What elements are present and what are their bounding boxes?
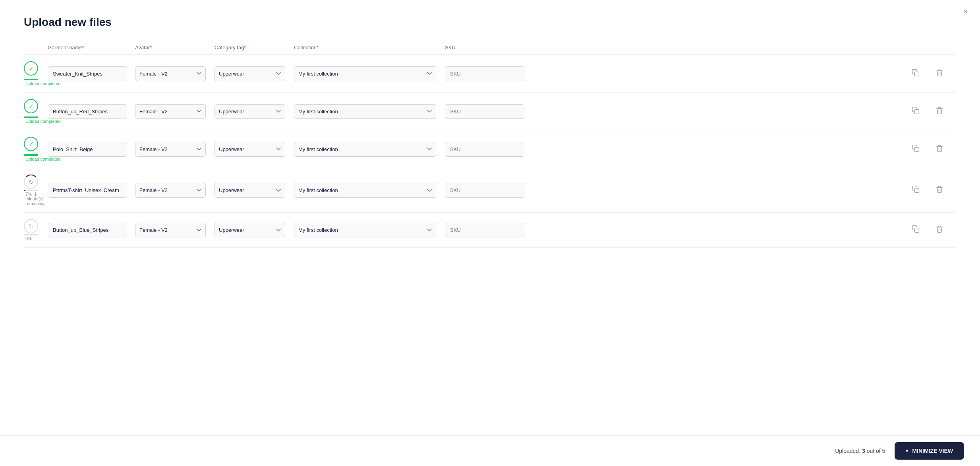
garment-name-input[interactable] [48, 223, 127, 237]
status-area: ✓ Upload completed [24, 137, 48, 161]
sku-input[interactable] [445, 66, 524, 81]
delete-button[interactable] [932, 103, 947, 120]
upload-progress-info: 7% 1 minute(s) remaining [25, 192, 48, 206]
garment-name-cell [48, 223, 135, 237]
status-cell-complete: ✓ [24, 61, 38, 80]
copy-button[interactable] [908, 103, 923, 120]
svg-rect-0 [915, 72, 919, 76]
copy-action-cell [908, 182, 932, 198]
category-select[interactable]: UpperwearBottomwearFootwearAccessories [215, 142, 285, 157]
col-category-tag: Category tag* [215, 45, 294, 50]
delete-button[interactable] [932, 182, 947, 198]
sku-input[interactable] [445, 104, 524, 119]
table-row: ↻ 0% Female - V2Female - V1Male - V1Male… [24, 213, 956, 248]
table-header: Garment name* Avatar* Category tag* Coll… [24, 45, 956, 55]
spinning-icon: ↻ [24, 175, 38, 189]
collection-select[interactable]: My first collectionSummer 2024Winter 202… [294, 142, 436, 157]
col-garment-name: Garment name* [48, 45, 135, 50]
copy-button[interactable] [908, 222, 923, 238]
svg-rect-1 [915, 109, 919, 114]
chevron-down-icon: ▾ [906, 448, 908, 454]
table-row: ✓ Upload completed Female - V2Female - V… [24, 130, 956, 168]
garment-name-input[interactable] [48, 183, 127, 198]
category-cell: UpperwearBottomwearFootwearAccessories [215, 104, 294, 119]
category-cell: UpperwearBottomwearFootwearAccessories [215, 142, 294, 157]
copy-button[interactable] [908, 182, 923, 198]
delete-action-cell [932, 182, 956, 198]
avatar-select[interactable]: Female - V2Female - V1Male - V1Male - V2 [135, 223, 206, 237]
status-cell-complete: ✓ [24, 99, 38, 118]
sku-cell [445, 66, 524, 81]
status-area: ✓ Upload completed [24, 99, 48, 124]
delete-button[interactable] [932, 66, 947, 82]
svg-rect-2 [915, 147, 919, 151]
collection-cell: My first collectionSummer 2024Winter 202… [294, 104, 445, 119]
col-collection: Collection* [294, 45, 445, 50]
category-select[interactable]: UpperwearBottomwearFootwearAccessories [215, 104, 285, 119]
avatar-cell: Female - V2Female - V1Male - V1Male - V2 [135, 66, 215, 81]
collection-select[interactable]: My first collectionSummer 2024Winter 202… [294, 223, 436, 237]
garment-name-input[interactable] [48, 104, 127, 119]
status-area: ✓ Upload completed [24, 61, 48, 86]
progress-bar [24, 116, 38, 118]
col-avatar: Avatar* [135, 45, 215, 50]
status-cell-uploading: ↻ [24, 175, 38, 191]
category-cell: UpperwearBottomwearFootwearAccessories [215, 223, 294, 237]
copy-action-cell [908, 141, 932, 157]
upload-complete-label: Upload completed [25, 157, 61, 161]
category-cell: UpperwearBottomwearFootwearAccessories [215, 66, 294, 81]
upload-status: Uploaded: 3 out of 5 [835, 448, 885, 454]
sku-cell [445, 142, 524, 157]
table-row: ✓ Upload completed Female - V2Female - V… [24, 93, 956, 130]
status-cell-pending: ↻ [24, 219, 38, 235]
delete-button[interactable] [932, 222, 947, 238]
svg-rect-4 [915, 228, 919, 233]
delete-action-cell [932, 222, 956, 238]
avatar-select[interactable]: Female - V2Female - V1Male - V1Male - V2 [135, 142, 206, 157]
copy-action-cell [908, 66, 932, 82]
collection-select[interactable]: My first collectionSummer 2024Winter 202… [294, 104, 436, 119]
upload-pending-info: 0% [25, 236, 32, 241]
garment-name-input[interactable] [48, 142, 127, 157]
sku-input[interactable] [445, 142, 524, 157]
avatar-cell: Female - V2Female - V1Male - V1Male - V2 [135, 104, 215, 119]
copy-action-cell [908, 103, 932, 120]
progress-bar [24, 79, 38, 80]
pending-icon: ↻ [24, 219, 38, 233]
table-row: ↻ 7% 1 minute(s) remaining Female - V2Fe… [24, 168, 956, 213]
table-row: ✓ Upload completed Female - V2Female - V… [24, 55, 956, 93]
copy-action-cell [908, 222, 932, 238]
avatar-select[interactable]: Female - V2Female - V1Male - V1Male - V2 [135, 183, 206, 198]
sku-input[interactable] [445, 223, 524, 237]
modal-title: Upload new files [24, 16, 956, 29]
category-select[interactable]: UpperwearBottomwearFootwearAccessories [215, 66, 285, 81]
progress-bar [24, 154, 38, 156]
avatar-cell: Female - V2Female - V1Male - V1Male - V2 [135, 183, 215, 198]
collection-select[interactable]: My first collectionSummer 2024Winter 202… [294, 183, 436, 198]
status-area: ↻ 7% 1 minute(s) remaining [24, 175, 48, 206]
status-area: ↻ 0% [24, 219, 48, 241]
garment-name-cell [48, 104, 135, 119]
progress-bar [24, 234, 38, 235]
collection-cell: My first collectionSummer 2024Winter 202… [294, 223, 445, 237]
avatar-cell: Female - V2Female - V1Male - V1Male - V2 [135, 142, 215, 157]
close-button[interactable]: × [963, 7, 968, 16]
file-rows-container: ✓ Upload completed Female - V2Female - V… [24, 55, 956, 248]
category-select[interactable]: UpperwearBottomwearFootwearAccessories [215, 183, 285, 198]
sku-input[interactable] [445, 183, 524, 198]
collection-cell: My first collectionSummer 2024Winter 202… [294, 183, 445, 198]
collection-select[interactable]: My first collectionSummer 2024Winter 202… [294, 66, 436, 81]
sku-cell [445, 183, 524, 198]
delete-button[interactable] [932, 141, 947, 157]
category-select[interactable]: UpperwearBottomwearFootwearAccessories [215, 223, 285, 237]
delete-action-cell [932, 141, 956, 157]
avatar-select[interactable]: Female - V2Female - V1Male - V1Male - V2 [135, 66, 206, 81]
garment-name-input[interactable] [48, 66, 127, 81]
svg-rect-3 [915, 188, 919, 193]
check-icon: ✓ [24, 99, 38, 113]
copy-button[interactable] [908, 141, 923, 157]
delete-action-cell [932, 66, 956, 82]
copy-button[interactable] [908, 66, 923, 82]
avatar-select[interactable]: Female - V2Female - V1Male - V1Male - V2 [135, 104, 206, 119]
minimize-button[interactable]: ▾ MINIMIZE VIEW [895, 442, 964, 460]
